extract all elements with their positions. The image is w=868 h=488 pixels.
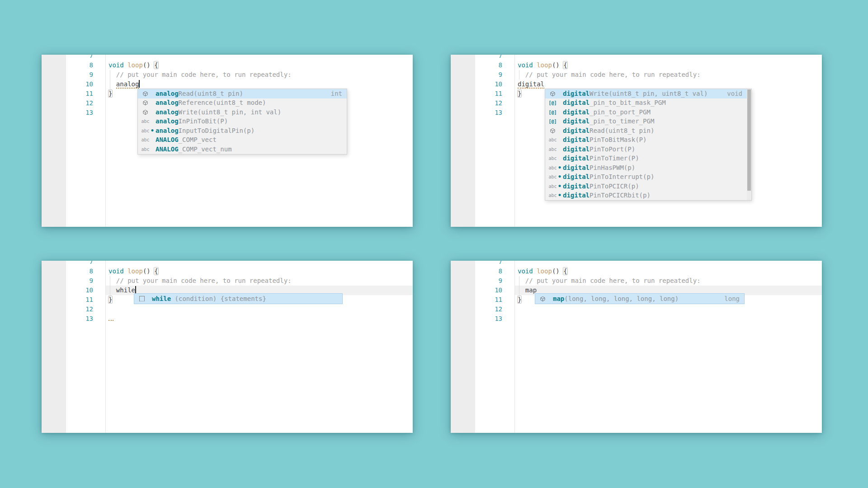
code-token <box>151 61 154 69</box>
completion-item[interactable]: abc•analogInputToDigitalPin(p) <box>138 126 347 136</box>
text-icon: abc <box>142 126 149 136</box>
completion-prefix: digital <box>563 183 590 190</box>
completion-item[interactable]: abcANALOG_COMP_vect_num <box>138 145 347 154</box>
code-token <box>108 80 116 88</box>
line-number: 7 <box>66 261 93 267</box>
completion-rest: PinToTimer(P) <box>590 155 639 162</box>
code-line[interactable]: 7 <box>42 261 413 267</box>
completion-prefix: analog <box>156 90 179 97</box>
code-text: // put your main code here, to run repea… <box>518 276 701 286</box>
code-token: void <box>518 267 533 275</box>
code-line[interactable]: 8void loop() { <box>451 267 822 276</box>
completion-item[interactable]: abcanalogInPinToBit(P) <box>138 117 347 127</box>
field-icon-glyph: [@] <box>548 117 557 127</box>
text-icon: abc <box>549 173 557 182</box>
completion-rest: InPinToBit(P) <box>179 117 228 125</box>
code-line[interactable]: 13 <box>451 314 822 324</box>
completion-item[interactable]: abcdigitalPinToTimer(P) <box>545 154 751 164</box>
code-line[interactable]: 9 // put your main code here, to run rep… <box>42 70 413 80</box>
completion-label: digitalPinToInterrupt(p) <box>563 173 654 182</box>
line-number: 11 <box>66 295 93 305</box>
text-icon: abc <box>549 191 557 201</box>
code-text: } <box>108 89 112 99</box>
completion-item[interactable]: [@]digital_pin_to_timer_PGM <box>545 117 751 127</box>
code-line[interactable]: 8void loop() { <box>451 61 822 70</box>
completion-item[interactable]: [@]digital_pin_to_port_PGM <box>545 108 751 117</box>
line-number: 13 <box>475 314 502 324</box>
completion-bullet: • <box>557 191 563 201</box>
code-line[interactable]: 10digital <box>451 80 822 89</box>
code-line[interactable]: 13 <box>42 314 413 324</box>
code-line[interactable]: 9 // put your main code here, to run rep… <box>451 70 822 80</box>
completion-item[interactable]: abc•digitalPinToPCICRbit(p) <box>545 191 751 201</box>
completion-prefix: digital <box>563 90 590 97</box>
code-token: } <box>108 90 112 97</box>
line-number: 7 <box>66 55 93 61</box>
code-line[interactable]: 8void loop() { <box>42 267 413 276</box>
completion-return-type: long <box>719 294 740 304</box>
completion-prefix: digital <box>563 192 590 199</box>
completion-item[interactable]: abcdigitalPinToBitMask(P) <box>545 136 751 145</box>
completion-item[interactable]: abc•digitalPinToInterrupt(p) <box>545 173 751 182</box>
completion-rest: _COMP_vect_num <box>179 145 232 153</box>
completion-item[interactable]: abc•digitalPinHasPWM(p) <box>545 163 751 173</box>
completion-item[interactable]: map(long, long, long, long, long)long <box>535 293 745 304</box>
function-icon <box>549 91 557 97</box>
code-line[interactable]: 9 // put your main code here, to run rep… <box>451 276 822 286</box>
popup-scrollbar-thumb[interactable] <box>747 89 751 191</box>
completion-item[interactable]: digitalWrite(uint8_t pin, uint8_t val)vo… <box>545 89 751 99</box>
text-icon-glyph: abc <box>141 117 149 127</box>
completion-item[interactable]: analogReference(uint8_t mode) <box>138 99 347 108</box>
text-icon: abc <box>142 136 149 145</box>
completion-item[interactable]: digitalRead(uint8_t pin) <box>545 126 751 136</box>
completion-item[interactable]: [@]digital_pin_to_bit_mask_PGM <box>545 99 751 108</box>
code-token <box>124 61 127 69</box>
completion-label: analogReference(uint8_t mode) <box>156 99 266 108</box>
autocomplete-popup: map(long, long, long, long, long)long <box>535 293 745 304</box>
field-icon-glyph: [@] <box>548 108 557 117</box>
code-text: void loop() { <box>518 61 567 70</box>
completion-item[interactable]: abcdigitalPinToPort(P) <box>545 145 751 154</box>
completion-rest: Write(uint8_t pin, int val) <box>179 108 282 116</box>
code-line[interactable]: 8void loop() { <box>42 61 413 70</box>
code-line[interactable]: 7 <box>451 261 822 267</box>
completion-label: digitalPinToPort(P) <box>563 145 635 154</box>
code-line[interactable]: 12 <box>451 305 822 314</box>
completion-prefix: digital <box>563 99 590 106</box>
code-line[interactable]: 7 <box>451 55 822 61</box>
autocomplete-popup: digitalWrite(uint8_t pin, uint8_t val)vo… <box>545 89 752 201</box>
completion-bullet: • <box>557 182 563 191</box>
popup-scrollbar[interactable] <box>747 89 751 200</box>
code-line[interactable]: 9 // put your main code here, to run rep… <box>42 276 413 286</box>
line-number: 8 <box>66 267 93 276</box>
line-number: 12 <box>66 99 93 108</box>
code-line[interactable]: 10 analog <box>42 80 413 89</box>
completion-return-type: int <box>326 89 342 99</box>
field-icon: [@] <box>549 108 557 117</box>
line-number: 11 <box>475 89 502 99</box>
completion-prefix: digital <box>563 155 590 162</box>
completion-rest: PinToPCICRbit(p) <box>590 192 651 199</box>
line-number: 10 <box>66 286 93 295</box>
code-text: digital <box>518 80 544 89</box>
completion-item[interactable]: abcANALOG_COMP_vect <box>138 136 347 145</box>
code-token <box>533 267 537 275</box>
completion-label: digitalRead(uint8_t pin) <box>563 126 654 136</box>
code-line[interactable]: 12 <box>42 305 413 314</box>
completion-item[interactable]: analogRead(uint8_t pin)int <box>138 89 347 99</box>
completion-label: analogInputToDigitalPin(p) <box>156 126 255 136</box>
function-icon <box>539 296 547 302</box>
code-token <box>518 71 525 78</box>
code-token: } <box>518 90 521 97</box>
editor-panel-digital: 78void loop() {9 // put your main code h… <box>451 55 822 227</box>
code-text: void loop() { <box>108 267 158 276</box>
completion-item[interactable]: abc•digitalPinToPCICR(p) <box>545 182 751 191</box>
completion-rest: PinToInterrupt(p) <box>590 173 654 180</box>
completion-item[interactable]: while (condition) {statements} <box>134 293 343 304</box>
code-line[interactable]: 7 <box>42 55 413 61</box>
editor-panel-while: 78void loop() {9 // put your main code h… <box>42 261 413 433</box>
editor-panel-analog: 78void loop() {9 // put your main code h… <box>42 55 413 227</box>
snippet-icon-box <box>139 296 145 301</box>
completion-label: while (condition) {statements} <box>152 294 266 304</box>
completion-item[interactable]: analogWrite(uint8_t pin, int val) <box>138 108 347 117</box>
